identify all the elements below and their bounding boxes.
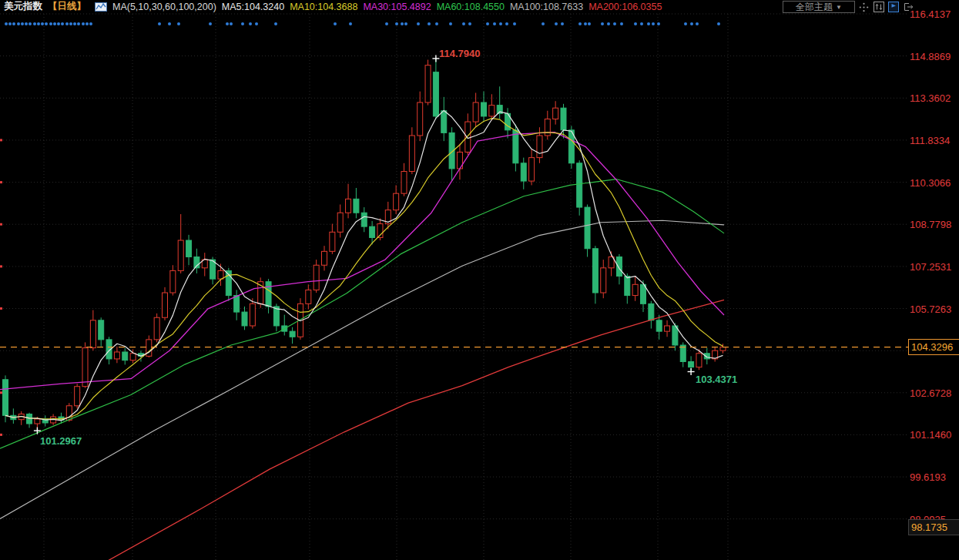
symbol-title: 美元指数 (4, 0, 42, 13)
ma-group-label: MA(5,10,30,60,100,200) (112, 2, 216, 12)
ma5-value: MA5:104.3240 (222, 2, 284, 12)
axis-price-label: 114.8869 (910, 50, 951, 62)
candlestick-chart[interactable] (0, 0, 959, 560)
ma60-value: MA60:108.4550 (437, 2, 505, 12)
axis-price-label: 101.1460 (910, 429, 951, 441)
auto-flag-button[interactable] (887, 2, 899, 13)
ma30-value: MA30:105.4892 (363, 2, 431, 12)
crosshair-tool-button[interactable] (858, 2, 870, 13)
high-price-annotation: 114.7940 (439, 48, 481, 59)
axis-price-label: 113.3602 (910, 92, 951, 104)
axis-price-label: 105.7263 (910, 303, 951, 314)
axis-scale-button[interactable] (873, 2, 884, 13)
exit-fullscreen-button[interactable] (902, 2, 914, 13)
axis-price-label: 107.2531 (910, 260, 951, 272)
axis-price-label: 99.6193 (910, 471, 946, 483)
exit-right-icon (903, 2, 914, 12)
low-price-annotation-left: 101.2967 (40, 435, 82, 447)
flag-icon (888, 2, 899, 12)
low-price-annotation-right: 103.4371 (696, 374, 737, 385)
chevron-down-icon: ▼ (836, 4, 842, 11)
chart-controls: 全部主题 ▼ (783, 1, 914, 13)
low-price-badge: 98.1735 (908, 519, 959, 535)
axis-price-label: 111.8334 (910, 134, 950, 146)
crosshair-dots-icon (859, 2, 869, 12)
axis-price-label: 108.7798 (910, 219, 951, 230)
ma100-value: MA100:108.7633 (510, 2, 583, 12)
axis-price-label: 102.6728 (910, 387, 951, 398)
mini-chart-icon (95, 2, 107, 12)
axis-scale-icon (873, 2, 884, 12)
theme-dropdown[interactable]: 全部主题 ▼ (783, 1, 855, 13)
ma200-value: MA200:106.0355 (588, 2, 662, 12)
current-price-badge: 104.3296 (908, 339, 959, 355)
period-label: 【日线】 (48, 0, 86, 13)
axis-price-label: 110.3066 (910, 176, 951, 188)
ma10-value: MA10:104.3688 (290, 2, 357, 12)
theme-dropdown-label: 全部主题 (796, 1, 833, 14)
